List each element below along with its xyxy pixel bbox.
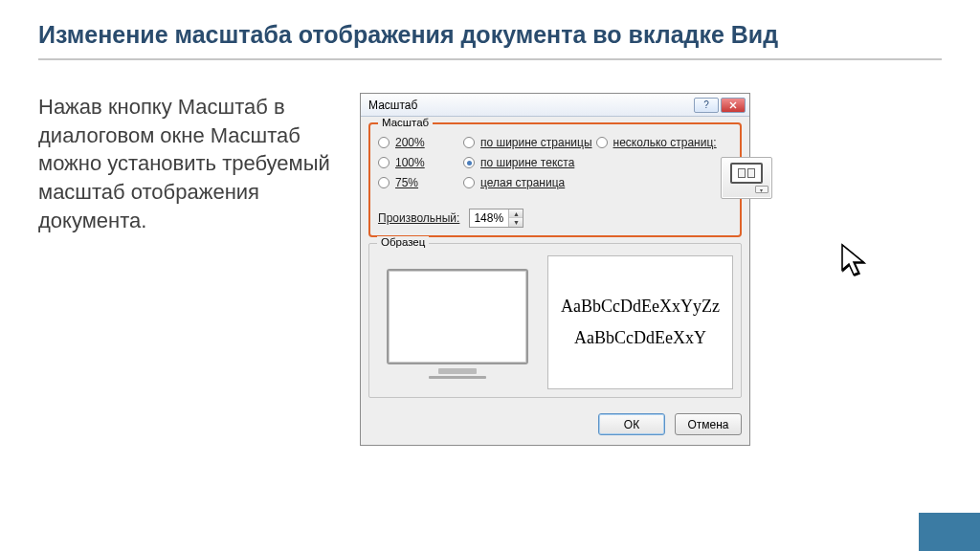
help-icon: ? (703, 100, 709, 110)
zoom-group-legend: Масштаб (378, 117, 433, 128)
slide-title: Изменение масштаба отображения документа… (38, 21, 942, 49)
sample-group: Образец AaBbCcDdEeXxYyZz AaBbCcDdEeXxY (368, 243, 742, 398)
many-pages-picker[interactable] (721, 157, 772, 199)
dialog-title: Масштаб (368, 99, 692, 112)
radio-icon (378, 157, 390, 168)
radio-200[interactable]: 200% (378, 136, 459, 149)
preview-monitor (377, 255, 538, 389)
radio-text-width[interactable]: по ширине текста (463, 156, 592, 169)
slide-body-text: Нажав кнопку Масштаб в диалоговом окне М… (38, 93, 333, 446)
ok-button[interactable]: ОК (598, 413, 665, 435)
zoom-group: Масштаб 200% 100% (368, 122, 742, 237)
help-button[interactable]: ? (694, 98, 719, 113)
slide-accent (919, 513, 980, 551)
spin-up-icon[interactable]: ▲ (509, 209, 523, 218)
radio-icon (463, 177, 475, 188)
cancel-button[interactable]: Отмена (675, 413, 742, 435)
chevron-down-icon (755, 186, 768, 193)
radio-icon (378, 177, 390, 188)
radio-whole-page[interactable]: целая страница (463, 176, 592, 189)
radio-icon (378, 137, 390, 148)
custom-zoom-input[interactable] (470, 209, 508, 227)
title-underline (38, 58, 942, 60)
radio-page-width[interactable]: по ширине страницы (463, 136, 592, 149)
radio-icon (596, 137, 608, 148)
cursor-icon (840, 243, 869, 283)
sample-group-legend: Образец (377, 236, 429, 248)
close-button[interactable] (721, 98, 746, 113)
custom-zoom-spinner[interactable]: ▲ ▼ (469, 209, 523, 228)
radio-75[interactable]: 75% (378, 176, 459, 189)
radio-icon (463, 137, 475, 148)
custom-zoom-label: Произвольный: (378, 211, 459, 225)
spin-down-icon[interactable]: ▼ (509, 218, 523, 227)
radio-many-pages[interactable]: несколько страниц: (596, 136, 717, 149)
radio-icon (463, 157, 475, 168)
zoom-dialog: Масштаб ? Масштаб (360, 93, 750, 446)
sample-text-box: AaBbCcDdEeXxYyZz AaBbCcDdEeXxY (547, 255, 733, 389)
close-icon (729, 101, 737, 109)
radio-100[interactable]: 100% (378, 156, 459, 169)
dialog-titlebar: Масштаб ? (361, 94, 749, 117)
monitor-icon (730, 163, 763, 184)
